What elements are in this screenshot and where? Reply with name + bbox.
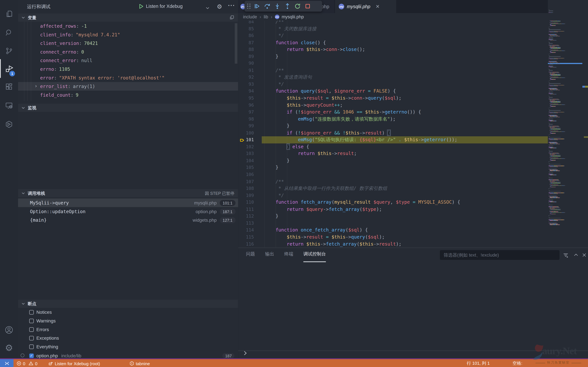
- debug-status[interactable]: Listen for Xdebug (root): [48, 359, 100, 367]
- line-number[interactable]: 100: [238, 129, 254, 136]
- checkbox-unchecked[interactable]: [29, 327, 34, 332]
- code-line-110[interactable]: 110 function fetch_array(mysqli_result $…: [238, 199, 588, 206]
- line-number[interactable]: 106: [238, 171, 254, 178]
- line-number[interactable]: 98: [238, 116, 254, 123]
- line-number[interactable]: 113: [238, 220, 254, 227]
- debug-console-filter[interactable]: [440, 250, 560, 260]
- variable-row[interactable]: connect_error:null: [18, 56, 238, 65]
- breakpoint-filter-row[interactable]: Everything: [18, 342, 238, 351]
- code-line-103[interactable]: 103 return $this->result;: [238, 150, 588, 157]
- maximize-panel-icon[interactable]: [573, 252, 579, 259]
- code-line-95[interactable]: 95 $this->result = $this->conn->query($s…: [238, 95, 588, 101]
- line-number[interactable]: 107: [238, 178, 254, 185]
- code-line-108[interactable]: 108 * 从结果集中取得一行作为关联数组/ 数字索引数组: [238, 185, 588, 192]
- cursor-position-status[interactable]: 行 101, 列 1: [467, 359, 490, 367]
- repl-prompt-icon[interactable]: [243, 350, 248, 357]
- checkbox-unchecked[interactable]: [29, 345, 34, 349]
- code-line-99[interactable]: 99 }: [238, 123, 588, 129]
- variables-section-header[interactable]: 变量: [18, 13, 238, 22]
- hexagon-tool-icon[interactable]: [0, 115, 18, 133]
- code-line-87[interactable]: 87 function close() {: [238, 39, 588, 46]
- code-line-93[interactable]: 93 */: [238, 81, 588, 88]
- line-number[interactable]: 93: [238, 81, 254, 88]
- variable-row[interactable]: ›error_list:array(1): [18, 82, 238, 91]
- minimap[interactable]: [548, 0, 582, 248]
- line-number[interactable]: 116: [238, 241, 254, 248]
- breakpoint-filter-row[interactable]: Exceptions: [18, 334, 238, 342]
- variable-row[interactable]: affected_rows:-1: [18, 22, 238, 31]
- line-number[interactable]: 85: [238, 25, 254, 32]
- breakpoint-filter-row[interactable]: Errors: [18, 325, 238, 334]
- line-number[interactable]: 110: [238, 199, 254, 206]
- code-line-105[interactable]: 105 }: [238, 164, 588, 171]
- call-stack-frame[interactable]: Option::updateOptionoption.php187:1: [18, 207, 238, 216]
- variable-row[interactable]: errno:1105: [18, 65, 238, 73]
- tab-mysqlii-php[interactable]: php mysqlii.php ✕: [335, 0, 397, 13]
- call-stack-frame[interactable]: {main}widgets.php127:1: [18, 216, 238, 225]
- search-icon[interactable]: [0, 24, 18, 42]
- step-into-button[interactable]: [273, 2, 281, 10]
- code-line-113[interactable]: 113: [238, 220, 588, 227]
- line-number[interactable]: 90: [238, 60, 254, 67]
- variable-row[interactable]: field_count:9: [18, 91, 238, 99]
- source-control-icon[interactable]: [0, 42, 18, 60]
- code-area[interactable]: 84 /**85 * 关闭数据库连接86 */87 function close…: [238, 18, 588, 248]
- line-number[interactable]: 91: [238, 67, 254, 74]
- filter-input[interactable]: [440, 252, 560, 258]
- file-breakpoint-row[interactable]: ✓option.phpinclude/lib187: [18, 351, 238, 359]
- problems-status[interactable]: 0 0: [17, 359, 38, 367]
- line-number[interactable]: 94: [238, 88, 254, 95]
- breakpoint-filter-row[interactable]: Warnings: [18, 317, 238, 325]
- line-number[interactable]: 99: [238, 123, 254, 129]
- breadcrumb-item[interactable]: lib: [264, 14, 268, 19]
- panel-tab-问题[interactable]: 问题: [246, 251, 255, 260]
- line-number[interactable]: 96: [238, 102, 254, 109]
- tabnine-status[interactable]: tabnine: [130, 359, 150, 367]
- variable-row[interactable]: client_info:"mysqlnd 7.4.21": [18, 30, 238, 39]
- views-and-more-icon[interactable]: [230, 15, 234, 20]
- code-line-85[interactable]: 85 * 关闭数据库连接: [238, 25, 588, 32]
- checkbox-unchecked[interactable]: [29, 319, 34, 323]
- close-panel-icon[interactable]: [582, 252, 587, 259]
- line-number[interactable]: 97: [238, 109, 254, 116]
- panel-tab-输出[interactable]: 输出: [265, 251, 274, 260]
- watch-section-header[interactable]: 监视: [18, 104, 238, 112]
- line-number[interactable]: 103: [238, 150, 254, 157]
- code-line-94[interactable]: 94 function query($sql, $ignore_err = FA…: [238, 88, 588, 95]
- run-and-debug-icon[interactable]: [0, 60, 18, 78]
- variables-scrollbar[interactable]: [235, 23, 237, 64]
- start-debugging-button[interactable]: [138, 3, 144, 9]
- debug-config-select[interactable]: Listen for Xdebug: [146, 4, 183, 9]
- code-line-96[interactable]: 96 $this->queryCount++;: [238, 102, 588, 109]
- code-line-92[interactable]: 92 * 发送查询语句: [238, 74, 588, 81]
- line-number[interactable]: 104: [238, 157, 254, 164]
- filter-list-icon[interactable]: [563, 252, 569, 259]
- code-line-111[interactable]: 111 return $query->fetch_array($type);: [238, 206, 588, 213]
- checkbox-unchecked[interactable]: [29, 336, 34, 341]
- variable-row[interactable]: connect_errno:0: [18, 48, 238, 56]
- code-line-97[interactable]: 97 if (!$ignore_err && 1046 == $this->ge…: [238, 109, 588, 116]
- line-number[interactable]: 92: [238, 74, 254, 81]
- extensions-icon[interactable]: [0, 78, 18, 96]
- code-line-106[interactable]: 106: [238, 171, 588, 178]
- call-stack-section-header[interactable]: 调用堆栈 因 STEP 已暂停: [18, 189, 238, 197]
- line-number[interactable]: 109: [238, 192, 254, 199]
- line-number[interactable]: 87: [238, 39, 254, 46]
- close-icon[interactable]: ✕: [376, 4, 380, 9]
- indentation-status[interactable]: 空格:: [512, 359, 522, 367]
- code-line-112[interactable]: 112 }: [238, 213, 588, 220]
- breakpoints-section-header[interactable]: 断点: [18, 300, 238, 308]
- code-line-91[interactable]: 91 /**: [238, 67, 588, 74]
- line-number[interactable]: 102: [238, 143, 254, 150]
- account-icon[interactable]: [0, 321, 18, 339]
- code-line-107[interactable]: 107 /**: [238, 178, 588, 185]
- line-number[interactable]: 111: [238, 206, 254, 213]
- stop-button[interactable]: [304, 2, 311, 10]
- line-number[interactable]: 95: [238, 95, 254, 101]
- panel-tab-调试控制台[interactable]: 调试控制台: [303, 251, 326, 260]
- line-number[interactable]: 89: [238, 53, 254, 60]
- code-line-114[interactable]: 114 function once_fetch_array($sql) {: [238, 227, 588, 234]
- code-line-104[interactable]: 104 }: [238, 157, 588, 164]
- line-number[interactable]: 105: [238, 164, 254, 171]
- line-number[interactable]: 88: [238, 46, 254, 53]
